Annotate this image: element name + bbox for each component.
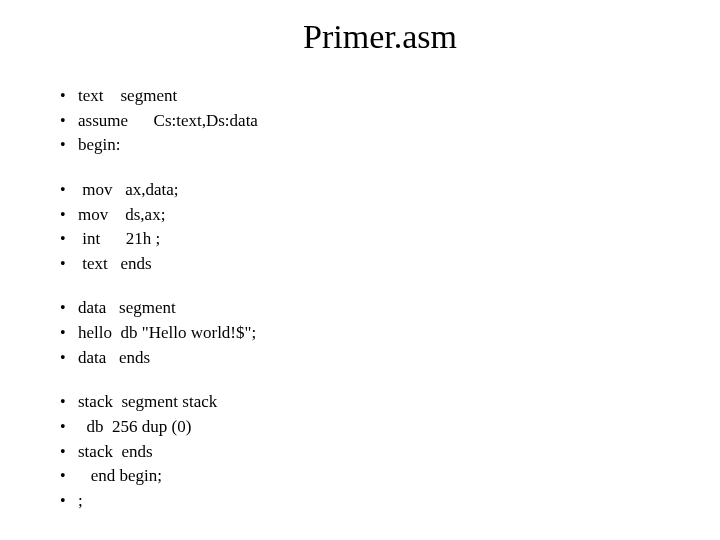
list-item: int 21h ; [78, 227, 670, 252]
list-item: stack segment stack [78, 390, 670, 415]
list-item-blank [78, 370, 670, 390]
list-item: assume Cs:text,Ds:data [78, 109, 670, 134]
list-item: begin: [78, 133, 670, 158]
page-title: Primer.asm [90, 18, 670, 56]
list-item: ; [78, 489, 670, 514]
list-item: data ends [78, 346, 670, 371]
list-item: mov ax,data; [78, 178, 670, 203]
list-item: hello db "Hello world!$"; [78, 321, 670, 346]
list-item: stack ends [78, 440, 670, 465]
list-item: data segment [78, 296, 670, 321]
list-item: db 256 dup (0) [78, 415, 670, 440]
list-item: text ends [78, 252, 670, 277]
list-item: end begin; [78, 464, 670, 489]
list-item-blank [78, 276, 670, 296]
list-item-blank [78, 158, 670, 178]
list-item: text segment [78, 84, 670, 109]
code-list: text segment assume Cs:text,Ds:data begi… [50, 84, 670, 514]
list-item: mov ds,ax; [78, 203, 670, 228]
